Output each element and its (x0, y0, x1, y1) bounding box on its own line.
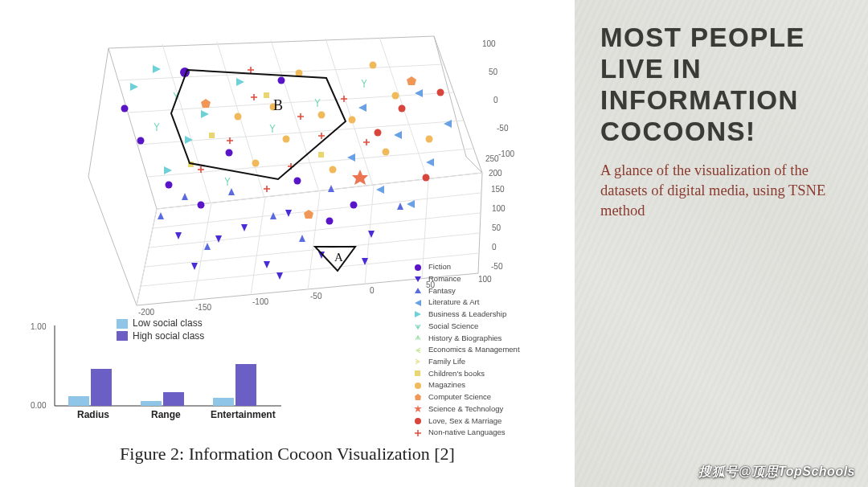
svg-marker-78 (415, 89, 423, 97)
svg-marker-85 (236, 78, 244, 86)
svg-marker-63 (175, 232, 182, 239)
svg-text:-100: -100 (252, 297, 268, 306)
svg-marker-72 (397, 203, 403, 210)
svg-marker-80 (347, 153, 355, 162)
subtitle: A glance of the visualization of the dat… (600, 161, 842, 221)
svg-text:100: 100 (482, 39, 496, 48)
svg-line-26 (148, 149, 473, 177)
svg-point-95 (392, 92, 399, 100)
svg-text:150: 150 (491, 185, 505, 194)
svg-line-19 (217, 42, 264, 198)
svg-marker-79 (444, 120, 452, 128)
svg-point-111 (375, 129, 382, 137)
svg-marker-74 (358, 104, 366, 112)
svg-text:0.00: 0.00 (31, 401, 47, 410)
svg-point-51 (226, 149, 233, 157)
svg-marker-117 (415, 300, 421, 306)
svg-rect-129 (91, 369, 112, 406)
svg-text:-150: -150 (195, 303, 211, 312)
svg-text:-50: -50 (497, 124, 509, 133)
svg-line-14 (153, 193, 481, 228)
svg-rect-131 (163, 392, 184, 406)
svg-point-96 (283, 136, 290, 143)
svg-point-53 (278, 77, 285, 84)
watermark: 搜狐号@顶思TopSchools (698, 464, 855, 481)
svg-line-20 (271, 40, 319, 192)
svg-point-110 (423, 174, 430, 182)
svg-line-9 (251, 198, 265, 295)
svg-text:0: 0 (370, 286, 375, 295)
svg-marker-116 (415, 288, 421, 293)
svg-rect-89 (318, 152, 324, 158)
svg-marker-104 (201, 99, 211, 108)
svg-text:Range: Range (151, 409, 181, 420)
svg-point-98 (383, 149, 390, 156)
svg-text:1.00: 1.00 (31, 322, 47, 331)
svg-point-120 (415, 383, 421, 389)
svg-marker-70 (204, 243, 211, 250)
svg-marker-77 (376, 186, 384, 194)
svg-point-47 (137, 137, 145, 145)
bar-legend: Low social class High social class (117, 317, 204, 342)
svg-text:50: 50 (492, 223, 502, 232)
svg-marker-71 (299, 235, 305, 242)
region-label-A: A (334, 251, 343, 264)
svg-line-15 (149, 213, 480, 248)
svg-marker-121 (415, 394, 421, 400)
svg-rect-119 (415, 370, 420, 376)
svg-point-114 (415, 264, 421, 271)
svg-text:250: 250 (485, 154, 499, 163)
svg-marker-81 (407, 200, 415, 208)
svg-point-102 (370, 62, 377, 69)
svg-text:-100: -100 (498, 149, 514, 158)
svg-marker-86 (153, 65, 161, 73)
svg-marker-61 (241, 224, 248, 231)
svg-text:100: 100 (492, 204, 506, 213)
svg-point-94 (349, 117, 356, 124)
svg-marker-122 (414, 405, 422, 412)
svg-text:50: 50 (489, 68, 498, 76)
sidebar-panel: MOST PEOPLE LIVE IN INFORMATION COCOONS!… (575, 0, 868, 487)
svg-point-101 (318, 112, 326, 119)
svg-point-100 (426, 136, 433, 143)
svg-marker-73 (182, 193, 188, 200)
svg-text:0: 0 (493, 96, 498, 104)
scatter-legend: Fiction Romance Fantasy Literature & Art… (414, 261, 559, 439)
svg-marker-64 (276, 272, 283, 280)
svg-marker-115 (415, 276, 421, 282)
svg-line-0 (88, 48, 108, 177)
svg-marker-87 (185, 136, 193, 144)
svg-point-49 (294, 178, 301, 185)
svg-point-48 (198, 202, 205, 209)
svg-text:-50: -50 (310, 292, 322, 301)
scatter-points (121, 62, 452, 280)
svg-marker-118 (415, 311, 421, 317)
svg-marker-83 (201, 110, 209, 118)
svg-marker-66 (228, 188, 235, 195)
svg-marker-56 (215, 235, 222, 243)
headline: MOST PEOPLE LIVE IN INFORMATION COCOONS! (600, 23, 842, 148)
svg-line-10 (308, 192, 320, 290)
svg-line-6 (478, 173, 482, 273)
svg-rect-133 (235, 364, 256, 406)
svg-marker-60 (191, 263, 198, 270)
svg-text:Radius: Radius (77, 409, 109, 420)
svg-text:200: 200 (489, 169, 502, 178)
svg-rect-88 (209, 133, 215, 138)
figure-caption: Figure 2: Information Cocoon Visualizati… (0, 444, 575, 464)
svg-point-55 (350, 202, 358, 209)
svg-rect-128 (68, 396, 89, 406)
svg-line-13 (157, 173, 482, 209)
svg-marker-84 (164, 166, 172, 174)
svg-point-52 (326, 218, 334, 225)
svg-marker-75 (394, 131, 402, 139)
svg-point-108 (399, 105, 406, 113)
svg-point-54 (166, 182, 173, 189)
svg-line-3 (434, 36, 466, 157)
svg-marker-76 (426, 158, 434, 166)
svg-line-8 (194, 203, 211, 301)
svg-text:Entertainment: Entertainment (211, 409, 276, 420)
svg-point-92 (235, 113, 242, 121)
svg-marker-68 (328, 185, 334, 192)
svg-point-109 (437, 89, 444, 96)
